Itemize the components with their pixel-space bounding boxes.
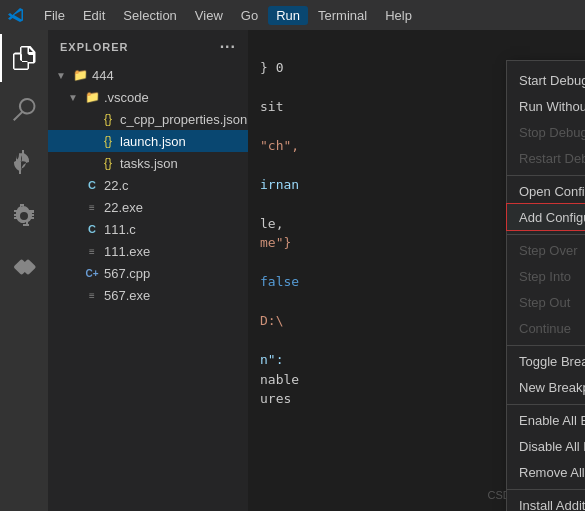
menu-install-debuggers[interactable]: Install Additional Debuggers... <box>507 492 585 511</box>
new-breakpoint-label: New Breakpoint <box>519 380 585 395</box>
run-without-debugging-label: Run Without Debugging <box>519 99 585 114</box>
tree-arrow-vscode: ▼ <box>68 92 84 103</box>
step-over-label: Step Over <box>519 243 578 258</box>
sidebar-header: EXPLORER ··· <box>48 30 248 64</box>
step-into-label: Step Into <box>519 269 571 284</box>
cpp-icon-567cpp: C+ <box>84 265 100 281</box>
file-tree: ▼ 📁 444 ▼ 📁 .vscode {} c_cpp_properties.… <box>48 64 248 511</box>
continue-label: Continue <box>519 321 571 336</box>
tree-label-111c: 111.c <box>104 222 136 237</box>
explorer-title: EXPLORER <box>60 41 129 53</box>
tree-label-vscode: .vscode <box>104 90 149 105</box>
menu-run[interactable]: Run <box>268 6 308 25</box>
tree-item-567exe[interactable]: ≡ 567.exe <box>48 284 248 306</box>
menu-help[interactable]: Help <box>377 6 420 25</box>
stop-debugging-label: Stop Debugging <box>519 125 585 140</box>
menu-continue: Continue F5 <box>507 315 585 341</box>
menu-remove-all-breakpoints[interactable]: Remove All Breakpoints <box>507 459 585 485</box>
tree-item-567cpp[interactable]: C+ 567.cpp <box>48 262 248 284</box>
exe-icon-567exe: ≡ <box>84 287 100 303</box>
menu-group-config: Open Configurations Add Configuration... <box>507 175 585 232</box>
json-icon-launch: {} <box>100 133 116 149</box>
titlebar: File Edit Selection View Go Run Terminal… <box>0 0 585 30</box>
menu-stop-debugging: Stop Debugging Shift+F5 <box>507 119 585 145</box>
run-menu-dropdown: Start Debugging F5 Run Without Debugging… <box>506 60 585 511</box>
tree-item-tasks[interactable]: {} tasks.json <box>48 152 248 174</box>
tree-item-launch[interactable]: {} launch.json <box>48 130 248 152</box>
menu-group-all-breakpoints: Enable All Breakpoints Disable All Break… <box>507 404 585 487</box>
tree-label-launch: launch.json <box>120 134 186 149</box>
menu-new-breakpoint[interactable]: New Breakpoint ▶ <box>507 374 585 400</box>
tree-label-c-cpp: c_cpp_properties.json <box>120 112 247 127</box>
menu-group-install: Install Additional Debuggers... <box>507 489 585 511</box>
disable-all-breakpoints-label: Disable All Breakpoints <box>519 439 585 454</box>
tree-label-tasks: tasks.json <box>120 156 178 171</box>
exe-icon-111exe: ≡ <box>84 243 100 259</box>
json-icon-c-cpp: {} <box>100 111 116 127</box>
menu-bar: File Edit Selection View Go Run Terminal… <box>36 6 577 25</box>
tree-label-444: 444 <box>92 68 114 83</box>
menu-terminal[interactable]: Terminal <box>310 6 375 25</box>
menu-group-debug: Start Debugging F5 Run Without Debugging… <box>507 65 585 173</box>
menu-step-out: Step Out Shift+F11 <box>507 289 585 315</box>
tree-item-444[interactable]: ▼ 📁 444 <box>48 64 248 86</box>
exe-icon-22exe: ≡ <box>84 199 100 215</box>
sidebar: EXPLORER ··· ▼ 📁 444 ▼ 📁 .vscode {} c_cp… <box>48 30 248 511</box>
tree-item-22exe[interactable]: ≡ 22.exe <box>48 196 248 218</box>
main-area: EXPLORER ··· ▼ 📁 444 ▼ 📁 .vscode {} c_cp… <box>0 30 585 511</box>
activity-bar <box>0 30 48 511</box>
menu-group-steps: Step Over F10 Step Into F11 Step Out Shi… <box>507 234 585 343</box>
tree-arrow-444: ▼ <box>56 70 72 81</box>
folder-icon-vscode: 📁 <box>84 89 100 105</box>
restart-debugging-label: Restart Debugging <box>519 151 585 166</box>
tree-label-567cpp: 567.cpp <box>104 266 150 281</box>
tree-item-111exe[interactable]: ≡ 111.exe <box>48 240 248 262</box>
menu-toggle-breakpoint[interactable]: Toggle Breakpoint F9 <box>507 348 585 374</box>
menu-edit[interactable]: Edit <box>75 6 113 25</box>
add-configuration-label: Add Configuration... <box>519 210 585 225</box>
folder-icon-444: 📁 <box>72 67 88 83</box>
enable-all-breakpoints-label: Enable All Breakpoints <box>519 413 585 428</box>
menu-run-without-debugging[interactable]: Run Without Debugging Ctrl+F5 <box>507 93 585 119</box>
tree-item-vscode[interactable]: ▼ 📁 .vscode <box>48 86 248 108</box>
remove-all-breakpoints-label: Remove All Breakpoints <box>519 465 585 480</box>
sidebar-more-icon[interactable]: ··· <box>220 38 236 56</box>
open-configurations-label: Open Configurations <box>519 184 585 199</box>
json-icon-tasks: {} <box>100 155 116 171</box>
step-out-label: Step Out <box>519 295 570 310</box>
menu-group-breakpoints: Toggle Breakpoint F9 New Breakpoint ▶ <box>507 345 585 402</box>
c-icon-22c: C <box>84 177 100 193</box>
menu-open-configurations[interactable]: Open Configurations <box>507 178 585 204</box>
editor-area: } 0 sit "ch", irnan le, me"} false D:\ n… <box>248 30 585 511</box>
toggle-breakpoint-label: Toggle Breakpoint <box>519 354 585 369</box>
vscode-icon <box>8 7 24 23</box>
search-activity-icon[interactable] <box>0 86 48 134</box>
debug-activity-icon[interactable] <box>0 190 48 238</box>
files-activity-icon[interactable] <box>0 34 48 82</box>
menu-file[interactable]: File <box>36 6 73 25</box>
install-debuggers-label: Install Additional Debuggers... <box>519 498 585 512</box>
tree-item-c-cpp[interactable]: {} c_cpp_properties.json <box>48 108 248 130</box>
menu-disable-all-breakpoints[interactable]: Disable All Breakpoints <box>507 433 585 459</box>
menu-restart-debugging: Restart Debugging Ctrl+Shift+F5 <box>507 145 585 171</box>
menu-step-into: Step Into F11 <box>507 263 585 289</box>
tree-item-111c[interactable]: C 111.c <box>48 218 248 240</box>
menu-selection[interactable]: Selection <box>115 6 184 25</box>
menu-add-configuration[interactable]: Add Configuration... <box>507 204 585 230</box>
start-debugging-label: Start Debugging <box>519 73 585 88</box>
menu-view[interactable]: View <box>187 6 231 25</box>
menu-start-debugging[interactable]: Start Debugging F5 <box>507 67 585 93</box>
extensions-activity-icon[interactable] <box>0 242 48 290</box>
tree-label-567exe: 567.exe <box>104 288 150 303</box>
tree-item-22c[interactable]: C 22.c <box>48 174 248 196</box>
tree-label-111exe: 111.exe <box>104 244 150 259</box>
menu-enable-all-breakpoints[interactable]: Enable All Breakpoints <box>507 407 585 433</box>
menu-go[interactable]: Go <box>233 6 266 25</box>
menu-step-over: Step Over F10 <box>507 237 585 263</box>
tree-label-22exe: 22.exe <box>104 200 143 215</box>
c-icon-111c: C <box>84 221 100 237</box>
source-control-activity-icon[interactable] <box>0 138 48 186</box>
tree-label-22c: 22.c <box>104 178 129 193</box>
